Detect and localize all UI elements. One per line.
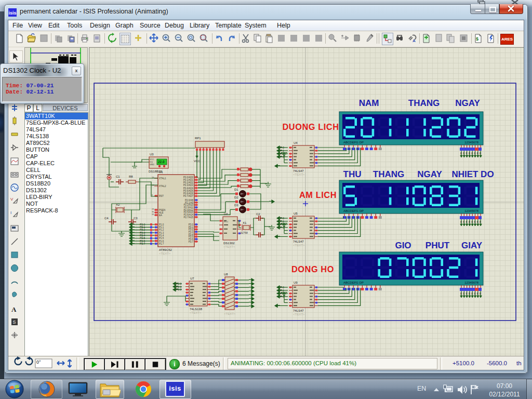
svg-text:P0.7/AD7: P0.7/AD7 <box>183 195 194 197</box>
svg-text:THANG: THANG <box>373 169 404 179</box>
svg-text:VCC: VCC <box>224 220 229 223</box>
svg-text:8: 8 <box>460 152 462 155</box>
svg-text:NGAY: NGAY <box>417 169 442 179</box>
svg-text:8: 8 <box>463 220 464 223</box>
svg-text:RST: RST <box>159 195 164 197</box>
svg-text:<TEXT>: <TEXT> <box>293 244 305 247</box>
svg-text:NGAY: NGAY <box>455 98 480 108</box>
svg-text:I: I <box>10 210 11 215</box>
svg-text:32768: 32768 <box>241 231 248 234</box>
svg-text:VCC: VCC <box>194 159 201 163</box>
svg-text:P1.0: P1.0 <box>159 223 164 226</box>
svg-text:8: 8 <box>460 220 462 223</box>
svg-text:<TEXT>: <TEXT> <box>223 245 235 248</box>
svg-text:GIAY: GIAY <box>461 241 483 250</box>
svg-text:8: 8 <box>477 220 478 223</box>
svg-text:74LS47: 74LS47 <box>293 309 304 312</box>
svg-text:DONG HO: DONG HO <box>291 264 334 274</box>
svg-text:12345678: 12345678 <box>464 141 478 144</box>
svg-text:8: 8 <box>469 220 470 223</box>
svg-text:D1: D1 <box>234 188 238 191</box>
svg-text:XTAL2: XTAL2 <box>159 185 166 188</box>
svg-text:A: A <box>11 305 17 313</box>
svg-text:P1.7: P1.7 <box>159 243 164 245</box>
svg-text:12345678: 12345678 <box>464 281 478 284</box>
svg-text:R8: R8 <box>129 175 133 178</box>
svg-text:8: 8 <box>477 152 478 155</box>
svg-text:U8: U8 <box>224 273 228 276</box>
svg-text:THANG: THANG <box>408 98 440 108</box>
svg-text:DUONG LICH: DUONG LICH <box>282 122 339 131</box>
svg-text:C2: C2 <box>256 212 260 216</box>
svg-text:S: S <box>13 320 16 325</box>
svg-text:XTAL1: XTAL1 <box>159 177 166 180</box>
svg-text:74LS47: 74LS47 <box>293 240 304 243</box>
svg-text:P1.2: P1.2 <box>159 229 164 231</box>
svg-text:<TEXT>: <TEXT> <box>224 312 236 315</box>
svg-text:DS1302: DS1302 <box>223 242 235 245</box>
svg-text:AM LICH: AM LICH <box>299 190 337 200</box>
svg-text:D3: D3 <box>234 204 238 207</box>
svg-text:ABCDEFG DP: ABCDEFG DP <box>343 141 364 144</box>
svg-text:RP1: RP1 <box>195 137 201 140</box>
svg-text:8: 8 <box>469 152 470 155</box>
svg-text:U9: U9 <box>294 281 298 284</box>
svg-text:U2: U2 <box>224 212 228 216</box>
svg-text:P3.7: P3.7 <box>140 242 145 245</box>
svg-text:8: 8 <box>480 152 481 155</box>
svg-text:8: 8 <box>474 220 476 223</box>
svg-text:U7: U7 <box>190 277 194 280</box>
svg-text:THU: THU <box>343 169 362 179</box>
svg-text:ABCDEFG DP: ABCDEFG DP <box>343 209 364 212</box>
svg-text:8: 8 <box>466 152 468 155</box>
svg-text:P1.5: P1.5 <box>159 237 164 240</box>
svg-text:8: 8 <box>466 292 468 295</box>
svg-text:P2.7/A15: P2.7/A15 <box>183 216 193 219</box>
svg-text:8: 8 <box>471 220 473 223</box>
svg-text:P3.7: P3.7 <box>189 241 194 243</box>
svg-text:DS18B20: DS18B20 <box>149 170 162 173</box>
svg-text:74LS138: 74LS138 <box>190 308 203 311</box>
svg-text:P1.4: P1.4 <box>159 234 164 237</box>
svg-text:8: 8 <box>477 292 478 295</box>
svg-text:8: 8 <box>480 292 481 295</box>
svg-text:8: 8 <box>474 152 476 155</box>
svg-text:8: 8 <box>474 292 476 295</box>
svg-text:<TEXT>: <TEXT> <box>293 173 305 176</box>
svg-text:isis: isis <box>8 10 16 16</box>
svg-text:$: $ <box>476 36 478 42</box>
svg-text:8: 8 <box>463 152 464 155</box>
svg-text:V: V <box>10 197 14 202</box>
svg-text:22.0: 22.0 <box>158 160 165 164</box>
svg-text:P1.6: P1.6 <box>159 240 164 243</box>
svg-text:P1.1: P1.1 <box>159 226 164 229</box>
svg-text:U3: U3 <box>150 153 154 156</box>
svg-text:8: 8 <box>469 292 470 295</box>
svg-text:0°: 0° <box>36 360 41 365</box>
svg-text:P1.3: P1.3 <box>159 232 164 234</box>
svg-text:8: 8 <box>471 292 473 295</box>
svg-text:<TEXT>: <TEXT> <box>190 311 202 314</box>
svg-text:AT89C52: AT89C52 <box>159 248 172 251</box>
svg-text:A: A <box>413 38 416 43</box>
svg-text:8: 8 <box>480 220 481 223</box>
svg-text:C4: C4 <box>104 217 109 220</box>
svg-text:GIO: GIO <box>395 241 411 250</box>
svg-text:NHIET DO: NHIET DO <box>451 169 494 179</box>
svg-text:NAM: NAM <box>359 98 379 108</box>
svg-text:12345678: 12345678 <box>464 209 478 212</box>
svg-text:U4: U4 <box>294 141 298 144</box>
svg-text:PHUT: PHUT <box>425 241 450 250</box>
svg-text:C3: C3 <box>134 217 138 220</box>
svg-text:EA: EA <box>159 214 162 217</box>
svg-text:8: 8 <box>466 220 468 223</box>
svg-text:D2: D2 <box>234 196 238 199</box>
svg-text:<TEXT>: <TEXT> <box>159 252 171 255</box>
svg-text:P2.2: P2.2 <box>176 288 182 291</box>
svg-text:ABCDEFG DP: ABCDEFG DP <box>343 281 364 284</box>
svg-text:74LS47: 74LS47 <box>293 169 304 172</box>
svg-text:8: 8 <box>471 152 473 155</box>
svg-text:GND: GND <box>150 163 154 166</box>
svg-text:U5: U5 <box>294 212 298 215</box>
svg-text:31: 31 <box>152 213 154 216</box>
